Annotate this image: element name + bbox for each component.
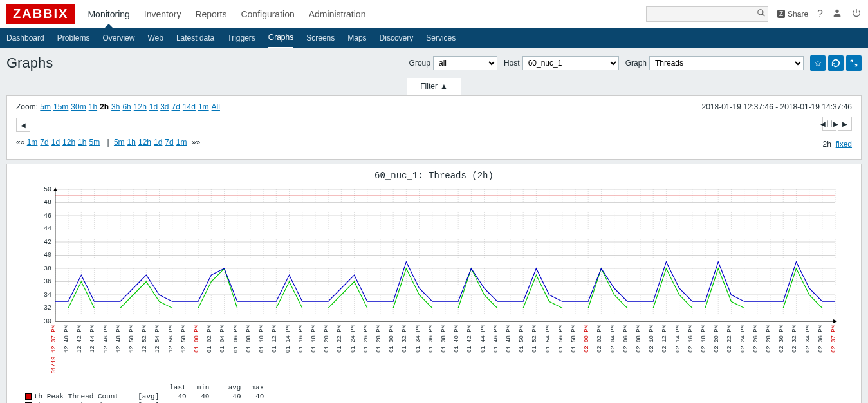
main-nav-inventory[interactable]: Inventory	[144, 1, 181, 27]
legend-row: th Peak Thread Count [avg] 49 49 49 49	[20, 392, 269, 401]
svg-text:01:18 PM: 01:18 PM	[311, 325, 317, 353]
subnav-discovery[interactable]: Discovery	[380, 28, 414, 48]
svg-text:01:46 PM: 01:46 PM	[493, 325, 499, 353]
chevron-up-icon: ▲	[440, 82, 448, 91]
help-icon[interactable]: ?	[817, 8, 823, 20]
fullscreen-button[interactable]	[846, 55, 862, 71]
subnav-web[interactable]: Web	[147, 28, 163, 48]
search-input[interactable]	[647, 10, 755, 19]
svg-text:01:22 PM: 01:22 PM	[337, 325, 343, 353]
svg-text:12:44 PM: 12:44 PM	[89, 325, 96, 353]
svg-text:12:56 PM: 12:56 PM	[168, 325, 174, 353]
svg-text:01:08 PM: 01:08 PM	[246, 325, 252, 353]
svg-text:01:16 PM: 01:16 PM	[298, 325, 304, 353]
main-nav-administration[interactable]: Administration	[309, 1, 366, 27]
svg-text:02:04 PM: 02:04 PM	[610, 325, 616, 353]
shift-row: «« 1m7d1d12h1h5m | 5m1h12h1d7d1m »»	[16, 138, 200, 147]
svg-text:02:36 PM: 02:36 PM	[818, 325, 824, 353]
svg-text:32: 32	[44, 305, 51, 312]
svg-text:02:24 PM: 02:24 PM	[740, 325, 746, 353]
filter-toggle[interactable]: Filter ▲	[407, 78, 461, 95]
graph-select[interactable]: Threads	[649, 56, 804, 70]
back-12h[interactable]: 12h	[62, 138, 75, 147]
svg-text:02:26 PM: 02:26 PM	[753, 325, 759, 353]
zoom-15m[interactable]: 15m	[53, 102, 68, 111]
svg-text:01:38 PM: 01:38 PM	[441, 325, 447, 353]
subnav-graphs[interactable]: Graphs	[268, 28, 293, 48]
svg-text:01:26 PM: 01:26 PM	[363, 325, 369, 353]
svg-text:02:32 PM: 02:32 PM	[791, 325, 798, 353]
subnav-screens[interactable]: Screens	[306, 28, 335, 48]
back-1m[interactable]: 1m	[27, 138, 38, 147]
zoom-30m[interactable]: 30m	[71, 102, 86, 111]
svg-text:01:48 PM: 01:48 PM	[506, 325, 512, 353]
legend-table: lastminavgmax th Peak Thread Count [avg]…	[20, 383, 269, 403]
share-button[interactable]: Z Share	[777, 10, 808, 19]
main-nav-reports[interactable]: Reports	[195, 1, 226, 27]
svg-text:50: 50	[44, 186, 51, 193]
zoom-1m[interactable]: 1m	[198, 102, 209, 111]
fwd-1h[interactable]: 1h	[127, 138, 136, 147]
refresh-button[interactable]	[828, 55, 844, 71]
svg-text:01:00 PM: 01:00 PM	[194, 325, 200, 353]
fwd-1m[interactable]: 1m	[176, 138, 187, 147]
fwd-12h[interactable]: 12h	[138, 138, 151, 147]
z-icon: Z	[777, 10, 785, 18]
zoom-6h[interactable]: 6h	[122, 102, 131, 111]
prev-button[interactable]: ◀	[16, 118, 30, 132]
zoom-1h[interactable]: 1h	[89, 102, 97, 111]
subnav-problems[interactable]: Problems	[57, 28, 90, 48]
search-icon[interactable]	[755, 8, 768, 19]
power-icon[interactable]	[851, 8, 862, 21]
svg-text:01:44 PM: 01:44 PM	[480, 325, 486, 353]
svg-text:01:34 PM: 01:34 PM	[415, 325, 421, 353]
fwd-1d[interactable]: 1d	[154, 138, 162, 147]
zoom-3h[interactable]: 3h	[111, 102, 120, 111]
svg-text:12:48 PM: 12:48 PM	[116, 325, 122, 353]
back-1d[interactable]: 1d	[51, 138, 60, 147]
zoom-7d[interactable]: 7d	[172, 102, 180, 111]
zoom-2h[interactable]: 2h	[100, 102, 109, 111]
zoom-1d[interactable]: 1d	[149, 102, 158, 111]
svg-text:48: 48	[44, 199, 51, 206]
share-label: Share	[788, 10, 808, 19]
graph-label: Graph	[625, 59, 647, 68]
subnav-dashboard[interactable]: Dashboard	[6, 28, 44, 48]
subnav-triggers[interactable]: Triggers	[227, 28, 255, 48]
fwd-7d[interactable]: 7d	[165, 138, 173, 147]
header-right: Z Share ?	[646, 6, 862, 22]
logo[interactable]: ZABBIX	[6, 4, 75, 24]
svg-text:02:08 PM: 02:08 PM	[636, 325, 642, 353]
svg-text:34: 34	[44, 292, 51, 299]
zoom-All[interactable]: All	[212, 102, 220, 111]
fwd-5m[interactable]: 5m	[114, 138, 125, 147]
group-select[interactable]: all	[433, 56, 497, 70]
zoom-5m[interactable]: 5m	[40, 102, 51, 111]
main-nav-monitoring[interactable]: Monitoring	[88, 1, 129, 27]
back-5m[interactable]: 5m	[89, 138, 100, 147]
subnav-overview[interactable]: Overview	[102, 28, 134, 48]
zoom-3d[interactable]: 3d	[160, 102, 169, 111]
zoom-14d[interactable]: 14d	[183, 102, 196, 111]
subnav-services[interactable]: Services	[426, 28, 456, 48]
nav-dots-button[interactable]: ◀┊┊▶	[822, 117, 836, 131]
search-box[interactable]	[646, 6, 768, 22]
user-icon[interactable]	[832, 8, 842, 21]
next-button[interactable]: ▶	[838, 117, 852, 131]
svg-text:12:46 PM: 12:46 PM	[103, 325, 109, 353]
back-7d[interactable]: 7d	[40, 138, 48, 147]
svg-text:01:10 PM: 01:10 PM	[259, 325, 265, 353]
svg-text:02:30 PM: 02:30 PM	[779, 325, 785, 353]
back-1h[interactable]: 1h	[78, 138, 86, 147]
main-nav-configuration[interactable]: Configuration	[241, 1, 294, 27]
chart-area: 303234363840424446485001/19 12:37 PM12:4…	[20, 186, 848, 379]
subnav-latest-data[interactable]: Latest data	[176, 28, 214, 48]
svg-text:36: 36	[44, 278, 51, 285]
fixed-link[interactable]: fixed	[836, 140, 852, 149]
favorite-button[interactable]: ☆	[810, 55, 826, 71]
subnav-maps[interactable]: Maps	[347, 28, 366, 48]
zoom-12h[interactable]: 12h	[134, 102, 147, 111]
main-nav: MonitoringInventoryReportsConfigurationA…	[88, 1, 646, 27]
host-select[interactable]: 60_nuc_1	[522, 56, 619, 70]
svg-text:12:50 PM: 12:50 PM	[129, 325, 135, 353]
